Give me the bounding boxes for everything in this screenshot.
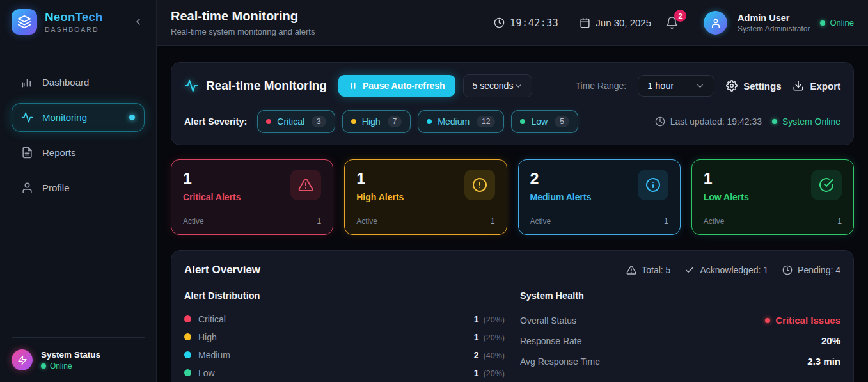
card-label: Critical Alerts (183, 192, 241, 202)
brand-logo (12, 9, 37, 35)
chevron-down-icon (695, 81, 705, 91)
card-footer-value: 1 (491, 217, 495, 226)
divider (569, 15, 569, 31)
top-header: Real-time Monitoring Real-time system mo… (157, 0, 868, 46)
content-area: Real-time Monitoring Pause Auto-refresh … (157, 46, 868, 382)
card-footer-label: Active (356, 217, 377, 226)
divider (693, 15, 693, 31)
severity-filter-low[interactable]: Low 5 (511, 110, 578, 133)
pending-stat: Pending: 4 (782, 265, 840, 275)
sidebar-item-monitoring[interactable]: Monitoring (12, 103, 145, 132)
sidebar-item-reports[interactable]: Reports (12, 138, 145, 167)
sidebar-item-label: Monitoring (42, 112, 87, 123)
system-status-value: Online (41, 362, 100, 370)
system-health-section: System Health Overall Status Critical Is… (520, 290, 840, 382)
card-label: Low Alerts (704, 192, 749, 202)
critical-alerts-card[interactable]: 1 Critical Alerts Active 1 (171, 159, 333, 235)
acknowledged-stat: Acknowledged: 1 (684, 265, 768, 275)
calendar-icon (580, 17, 590, 28)
sidebar-nav: Dashboard Monitoring Reports Profile (12, 68, 145, 202)
distribution-row-high: High 1 (20%) (184, 328, 505, 346)
sidebar-item-label: Profile (42, 182, 70, 193)
notifications-button[interactable]: 2 (661, 13, 683, 32)
medium-dot (427, 119, 432, 124)
sidebar-item-label: Dashboard (42, 77, 89, 88)
clock-icon (782, 265, 793, 275)
time-range-label: Time Range: (576, 81, 627, 91)
check-icon (684, 265, 695, 275)
severity-count-badge: 3 (312, 116, 326, 127)
layers-icon (17, 15, 31, 29)
collapse-sidebar-button[interactable] (132, 15, 145, 28)
low-alerts-card[interactable]: 1 Low Alerts Active 1 (691, 159, 854, 235)
sidebar-item-dashboard[interactable]: Dashboard (12, 68, 145, 97)
online-dot (41, 363, 46, 369)
health-title: System Health (520, 290, 840, 301)
refresh-interval-dropdown[interactable]: 5 seconds (463, 74, 533, 97)
activity-icon (184, 79, 198, 93)
online-dot (820, 20, 825, 26)
clock-icon (655, 116, 665, 127)
panel-title: Real-time Monitoring (206, 79, 327, 93)
distribution-title: Alert Distribution (184, 290, 505, 301)
chevron-down-icon (514, 82, 523, 90)
card-footer-value: 1 (317, 217, 322, 226)
severity-count-badge: 5 (555, 116, 569, 127)
severity-filter-high[interactable]: High 7 (342, 110, 411, 133)
alert-overview-panel: Alert Overview Total: 5 Acknowledged: 1 (171, 250, 854, 382)
health-row-overall-status: Overall Status Critical Issues (520, 310, 840, 331)
zap-icon (17, 355, 28, 365)
alert-stat-cards: 1 Critical Alerts Active 1 1 High Al (171, 159, 854, 235)
card-footer-label: Active (704, 217, 725, 226)
medium-alerts-card[interactable]: 2 Medium Alerts Active 1 (518, 159, 681, 235)
critical-dot (266, 119, 271, 124)
online-dot (772, 119, 777, 124)
pause-auto-refresh-button[interactable]: Pause Auto-refresh (338, 75, 455, 97)
activity-icon (21, 111, 33, 123)
current-date: Jun 30, 2025 (596, 17, 651, 28)
card-footer-value: 1 (837, 217, 842, 226)
date-display: Jun 30, 2025 (580, 17, 651, 28)
check-circle-icon (811, 170, 842, 200)
card-label: Medium Alerts (530, 192, 592, 202)
critical-dot (184, 315, 191, 322)
sidebar-item-label: Reports (42, 147, 76, 158)
brand-subtitle: DASHBOARD (45, 26, 124, 33)
alert-severity-label: Alert Severity: (184, 116, 247, 127)
monitoring-toolbar-panel: Real-time Monitoring Pause Auto-refresh … (171, 62, 854, 145)
page-subtitle: Real-time system monitoring and alerts (171, 27, 315, 36)
info-circle-icon (638, 170, 668, 200)
warning-triangle-icon (626, 265, 636, 275)
severity-filter-medium[interactable]: Medium 12 (418, 110, 504, 133)
severity-count-badge: 7 (388, 116, 402, 127)
severity-count-badge: 12 (477, 116, 495, 127)
health-row-avg-response-time: Avg Response Time 2.3 min (520, 351, 840, 372)
gear-icon (726, 80, 738, 92)
pause-icon (349, 81, 358, 90)
user-icon (710, 17, 722, 29)
system-status-footer: System Status Online (12, 337, 145, 370)
alert-distribution-section: Alert Distribution Critical 1 (20%) High (184, 290, 505, 382)
severity-filter-critical[interactable]: Critical 3 (257, 110, 335, 133)
export-button[interactable]: Export (793, 80, 840, 92)
clock-icon (494, 17, 505, 28)
settings-button[interactable]: Settings (726, 80, 781, 92)
high-dot (184, 333, 191, 340)
distribution-row-medium: Medium 2 (40%) (184, 346, 505, 364)
sidebar-item-profile[interactable]: Profile (12, 173, 145, 202)
distribution-row-critical: Critical 1 (20%) (184, 310, 505, 328)
card-footer-label: Active (183, 217, 204, 226)
avatar[interactable] (704, 11, 727, 35)
chevron-left-icon (133, 17, 143, 27)
card-footer-value: 1 (664, 217, 668, 226)
card-value: 1 (356, 170, 404, 188)
time-range-select[interactable]: 1 hour (638, 75, 714, 97)
medium-dot (184, 351, 191, 358)
file-text-icon (21, 147, 33, 159)
clock-display: 19:42:33 (494, 17, 558, 29)
page-title: Real-time Monitoring (171, 9, 315, 24)
high-alerts-card[interactable]: 1 High Alerts Active 1 (344, 159, 507, 235)
distribution-row-low: Low 1 (20%) (184, 364, 505, 382)
system-status-orb (12, 349, 33, 370)
user-online-status: Online (820, 18, 854, 28)
